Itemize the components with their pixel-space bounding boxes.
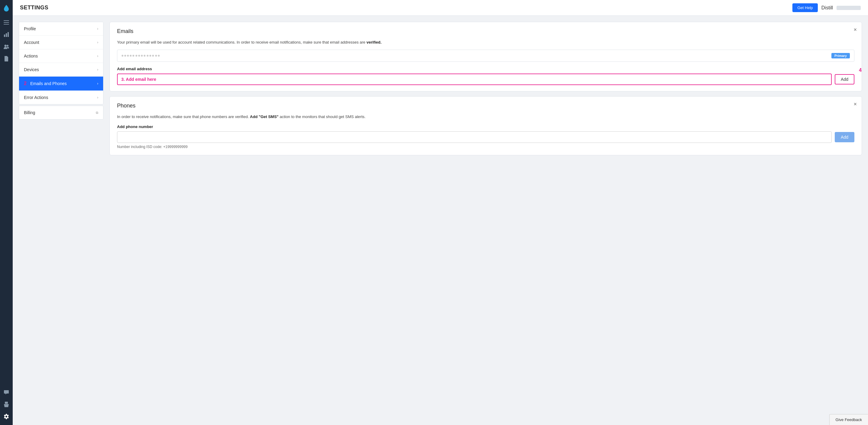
main-container: SETTINGS Get Help Distill Profile › Acco…	[13, 0, 868, 425]
email-row: Primary	[117, 50, 855, 62]
add-phone-row: Add	[117, 131, 855, 143]
menu-icon[interactable]	[1, 18, 11, 27]
nav-item-account[interactable]: Account ›	[19, 36, 103, 49]
svg-rect-8	[5, 58, 7, 59]
emails-description: Your primary email will be used for acco…	[117, 39, 855, 46]
svg-rect-10	[5, 60, 7, 60]
svg-rect-2	[4, 24, 9, 25]
nav-item-account-label: Account	[24, 40, 39, 45]
chevron-actions: ›	[97, 54, 98, 58]
nav-item-profile[interactable]: Profile ›	[19, 22, 103, 36]
svg-rect-4	[6, 33, 7, 37]
svg-rect-3	[4, 34, 5, 37]
svg-rect-1	[4, 22, 9, 23]
emails-desc-start: Your primary email will be used for acco…	[117, 40, 365, 45]
svg-rect-9	[5, 59, 7, 60]
badge-icon[interactable]	[1, 400, 11, 409]
nav-section-billing: Billing ⧉	[19, 106, 103, 119]
nav-item-billing-label: Billing	[24, 110, 35, 115]
emails-desc-bold: verified.	[367, 40, 382, 45]
add-email-label: Add email address	[117, 66, 855, 71]
email-masked	[122, 55, 160, 57]
give-feedback-button[interactable]: Give Feedback	[829, 414, 868, 425]
add-phone-label: Add phone number	[117, 124, 855, 129]
svg-rect-0	[4, 20, 9, 21]
svg-rect-11	[5, 402, 8, 404]
emails-card-title: Emails	[117, 28, 855, 34]
svg-rect-5	[7, 32, 9, 37]
nav-item-emails-phones-text: Emails and Phones	[30, 81, 67, 86]
chevron-devices: ›	[97, 67, 98, 72]
chart-icon[interactable]	[1, 30, 11, 39]
phones-description: In order to receive notifications, make …	[117, 114, 855, 120]
users-icon[interactable]	[1, 42, 11, 52]
chevron-error-actions: ›	[97, 95, 98, 100]
user-avatar-bar	[837, 6, 861, 10]
app-logo[interactable]	[2, 4, 10, 12]
left-nav: Profile › Account › Actions › Devices ›	[19, 22, 103, 419]
nav-item-devices-label: Devices	[24, 67, 39, 72]
phones-card: Phones × In order to receive notificatio…	[110, 96, 862, 155]
topbar: SETTINGS Get Help Distill	[13, 0, 868, 16]
topbar-right: Get Help Distill	[793, 3, 861, 12]
email-dots-3	[147, 55, 154, 57]
svg-point-7	[7, 45, 8, 47]
email-dots-4	[155, 55, 160, 57]
settings-icon[interactable]	[1, 412, 11, 421]
nav-item-profile-label: Profile	[24, 26, 36, 31]
phones-card-title: Phones	[117, 103, 855, 109]
nav-item-emails-phones-label-wrap: 2 Emails and Phones	[24, 81, 67, 86]
email-dots-2	[135, 55, 146, 57]
phones-desc-bold: Add "Get SMS"	[250, 114, 279, 119]
add-email-button[interactable]: Add	[835, 74, 855, 84]
annotation-4-num: 4	[859, 67, 862, 73]
right-content: Emails × Your primary email will be used…	[110, 22, 862, 419]
email-dots-1	[122, 55, 134, 57]
add-email-input[interactable]	[117, 74, 832, 85]
chat-icon[interactable]	[1, 388, 11, 397]
nav-item-billing[interactable]: Billing ⧉	[19, 106, 103, 119]
external-link-icon: ⧉	[96, 111, 98, 115]
nav-item-error-actions-label: Error Actions	[24, 95, 48, 100]
svg-point-6	[4, 45, 7, 47]
emails-card-close[interactable]: ×	[854, 27, 857, 32]
add-email-row: Add 4	[117, 74, 855, 85]
sidebar-bottom: 1 ←	[1, 388, 11, 421]
chevron-account: ›	[97, 40, 98, 45]
document-icon[interactable]	[1, 54, 11, 63]
page-title: SETTINGS	[20, 4, 49, 11]
nav-item-error-actions[interactable]: Error Actions ›	[19, 91, 103, 104]
phones-card-close[interactable]: ×	[854, 102, 857, 107]
nav-section-main: Profile › Account › Actions › Devices ›	[19, 22, 103, 105]
sidebar: 1 ←	[0, 0, 13, 425]
nav-item-actions-label: Actions	[24, 54, 38, 58]
add-phone-button[interactable]: Add	[835, 132, 855, 142]
chevron-profile: ›	[97, 27, 98, 31]
emails-card: Emails × Your primary email will be used…	[110, 22, 862, 91]
brand-label: Distill	[822, 5, 833, 10]
add-phone-input[interactable]	[117, 131, 832, 143]
add-email-button-wrap: Add 4	[835, 74, 855, 84]
get-help-button[interactable]: Get Help	[793, 3, 817, 12]
annotation-2-num: 2	[24, 81, 27, 86]
primary-badge: Primary	[831, 53, 850, 58]
nav-item-actions[interactable]: Actions ›	[19, 49, 103, 63]
nav-item-emails-phones[interactable]: 2 Emails and Phones ›	[19, 77, 103, 91]
settings-icon-wrap: 1 ←	[1, 412, 11, 421]
phones-desc-end: action to the monitors that should get S…	[280, 114, 366, 119]
chevron-emails-phones: ›	[97, 81, 98, 86]
phone-hint: Number including ISD code: +19999999999	[117, 145, 855, 149]
content-area: Profile › Account › Actions › Devices ›	[13, 16, 868, 425]
nav-item-devices[interactable]: Devices ›	[19, 63, 103, 77]
phones-desc-start: In order to receive notifications, make …	[117, 114, 249, 119]
